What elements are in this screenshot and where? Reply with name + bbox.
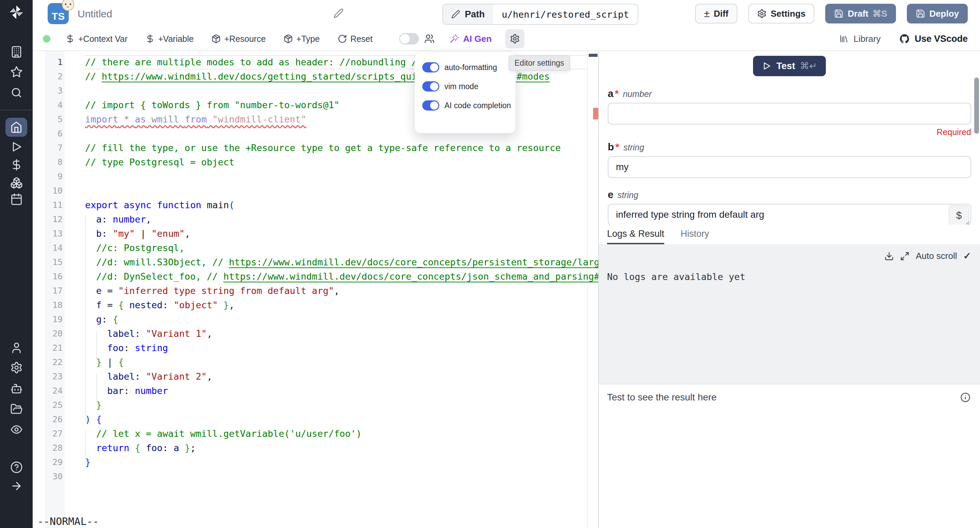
code-line-13[interactable]: 13 b: "my" | "enum", [33,227,587,241]
use-vscode-button[interactable]: Use VScode [899,33,968,44]
field-b-input[interactable] [608,156,971,178]
dollar-icon [65,34,75,43]
audit-eye-icon[interactable] [10,423,23,436]
code-line-26[interactable]: 26) { [33,412,587,426]
code-line-25[interactable]: 25 } [33,398,587,412]
user-icon[interactable] [10,341,23,355]
code-line-28[interactable]: 28 return { foo: a }; [33,441,587,455]
code-line-19[interactable]: 19 g: { [33,312,587,327]
test-button[interactable]: Test ⌘↵ [753,56,826,76]
vim-mode-toggle[interactable] [422,81,439,92]
tab-logs-result[interactable]: Logs & Result [607,224,664,244]
code-line-10[interactable]: 10 [33,184,587,198]
expand-sidebar-arrow-icon[interactable] [10,479,23,493]
code-line-27[interactable]: 27 // let x = await wmill.getVariable('u… [33,426,587,441]
code-line-15[interactable]: 15 //d: wmill.S3Object, // https://www.w… [33,255,587,269]
deploy-button[interactable]: Deploy [907,4,968,24]
code-line-14[interactable]: 14 //c: Postgresql, [33,241,587,255]
users-icon [424,34,434,44]
code-line-7[interactable]: 7// fill the type, or use the +Resource … [33,141,587,155]
library-icon [839,34,849,43]
download-icon[interactable] [885,251,894,261]
schedules-calendar-icon[interactable] [10,192,23,206]
mascot-emoji-badge [62,0,74,11]
variables-dollar-icon[interactable] [10,158,23,172]
library-button[interactable]: Library [839,34,880,44]
code-line-29[interactable]: 29} [33,455,587,469]
draft-shortcut: ⌘S [872,8,887,19]
overview-ruler[interactable] [587,51,598,528]
field-b-required-star: * [615,141,619,153]
path-field[interactable]: Path u/henri/restored_script [442,4,638,25]
test-shortcut: ⌘↵ [800,60,817,72]
settings-gear-icon[interactable] [10,361,23,374]
add-variable-button[interactable]: +Variable [145,34,194,44]
windmill-logo-icon[interactable] [8,4,24,21]
code-line-8[interactable]: 8// type Postgresql = object [33,155,587,169]
auto-scroll-label[interactable]: Auto scroll [916,251,957,261]
workspace-building-icon[interactable] [10,45,23,59]
diff-button[interactable]: ± Diff [695,4,737,24]
resources-boxes-icon[interactable] [10,176,23,189]
code-line-20[interactable]: 20 label: "Variant 1", [33,327,587,341]
sidebar-item-home[interactable] [5,118,27,137]
check-icon[interactable]: ✓ [963,250,971,262]
multiplayer-toggle[interactable] [399,33,419,45]
code-line-24[interactable]: 24 bar: number [33,384,587,398]
code-line-23[interactable]: 23 label: "Variant 2", [33,369,587,384]
line-number: 24 [33,384,63,398]
settings-button[interactable]: Settings [748,4,815,24]
line-number: 20 [33,327,63,341]
ai-code-completion-toggle[interactable] [422,100,439,111]
result-placeholder: Test to see the result here [607,392,717,403]
add-context-var-button[interactable]: +Context Var [65,34,127,44]
ai-gen-button[interactable]: AI Gen [450,34,492,44]
wand-sparkles-icon [450,34,459,43]
reset-button[interactable]: Reset [337,34,372,44]
path-edit-button[interactable]: Path [443,5,493,24]
code-line-18[interactable]: 18 f = { nested: "object" }, [33,298,587,312]
search-icon[interactable] [10,86,23,99]
field-b-type: string [624,143,644,153]
path-value[interactable]: u/henri/restored_script [493,5,638,24]
code-line-22[interactable]: 22 } | { [33,355,587,369]
code-line-21[interactable]: 21 foo: string [33,341,587,355]
info-icon[interactable] [960,392,970,402]
favorites-star-icon[interactable] [10,65,23,79]
add-resource-button[interactable]: +Resource [211,34,266,44]
add-type-button[interactable]: +Type [283,34,320,44]
github-cat-icon [899,33,910,44]
ai-code-completion-row: AI code completion [422,100,508,111]
runs-play-icon[interactable] [10,140,23,153]
code-line-17[interactable]: 17 e = "inferred type string from defaul… [33,284,587,298]
code-line-30[interactable]: 30 [33,469,587,484]
line-number: 16 [33,269,63,284]
line-number: 15 [33,255,63,269]
auto-formatting-toggle[interactable] [422,62,439,72]
draft-button[interactable]: Draft ⌘S [825,4,896,24]
script-title: Untitled [78,8,112,20]
form-scrollbar[interactable] [974,78,979,134]
line-number: 29 [33,455,63,469]
field-e: e string inferred type string from defau… [608,189,971,224]
tab-history[interactable]: History [681,224,709,244]
toolbar-right: Library Use VScode [839,33,973,44]
resize-handle[interactable] [964,219,970,224]
editor-settings-button[interactable] [505,29,524,48]
workers-robot-icon[interactable] [10,382,23,395]
folders-icon[interactable] [10,402,23,416]
no-logs-message: No logs are available yet [607,272,745,282]
expand-icon[interactable] [900,251,910,261]
field-e-name: e [608,189,614,200]
error-marker [593,108,598,119]
top-header: TS Untitled Path u/henri/restored_script… [33,0,980,28]
code-line-12[interactable]: 12 a: number, [33,212,587,227]
field-a-input[interactable] [608,103,971,124]
edit-summary-pencil-icon[interactable] [334,8,345,20]
code-line-9[interactable]: 9 [33,169,587,184]
field-e-input[interactable]: inferred type string from default arg [608,204,971,224]
code-line-11[interactable]: 11export async function main( [33,198,587,212]
help-icon[interactable] [10,460,23,474]
code-line-16[interactable]: 16 //d: DynSelect_foo, // https://www.wi… [33,269,587,284]
sidebar [0,0,33,528]
